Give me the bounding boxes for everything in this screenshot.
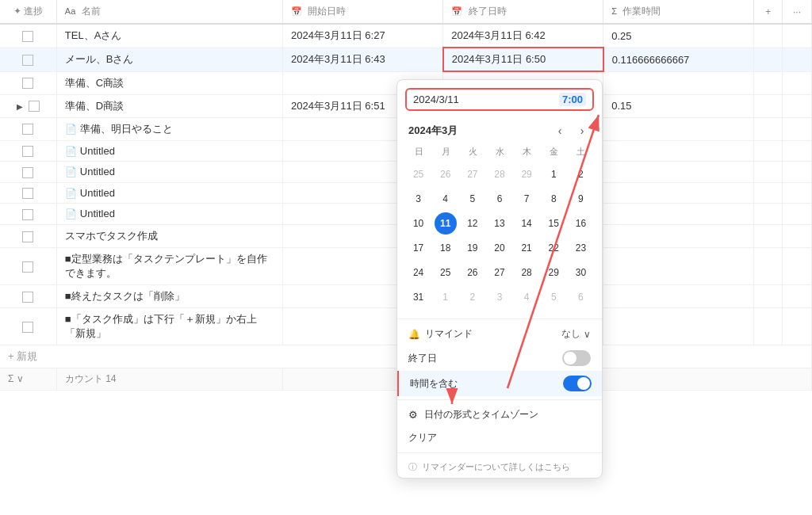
include-time-toggle[interactable] [563, 376, 592, 391]
date-format-row[interactable]: ⚙ 日付の形式とタイムゾーン [397, 403, 602, 426]
more-columns-button[interactable]: ··· [783, 0, 812, 24]
expand-icon[interactable]: ▶ [17, 102, 25, 111]
calendar-day[interactable]: 27 [462, 163, 484, 185]
reminder-value[interactable]: なし ∨ [561, 327, 591, 341]
calendar-day[interactable]: 4 [515, 286, 538, 308]
calendar-day[interactable]: 13 [488, 212, 511, 235]
end-date-cell[interactable]: 2024年3月11日 6:42 [443, 24, 603, 48]
progress-cell[interactable] [0, 117, 56, 140]
name-cell[interactable]: メール、Bさん [56, 48, 282, 71]
name-cell[interactable]: 📄Untitled [56, 162, 282, 183]
checkbox[interactable] [22, 78, 33, 89]
calendar-day[interactable]: 6 [569, 286, 592, 308]
checkbox[interactable] [22, 167, 33, 178]
calendar-day[interactable]: 7 [515, 188, 538, 210]
checkbox[interactable] [22, 261, 33, 273]
progress-cell[interactable]: ▶ [0, 94, 56, 117]
calendar-day[interactable]: 1 [542, 163, 565, 185]
calendar-day[interactable]: 6 [488, 188, 511, 210]
name-cell[interactable]: 📄準備、明日やること [56, 117, 282, 140]
reminder-info-link[interactable]: リマインダーについて詳しくはこちら [422, 461, 570, 473]
calendar-day[interactable]: 4 [435, 188, 457, 210]
checkbox[interactable] [22, 31, 33, 42]
progress-cell[interactable] [0, 182, 56, 204]
progress-cell[interactable] [0, 307, 56, 345]
calendar-day[interactable]: 17 [408, 237, 430, 259]
calendar-day[interactable]: 15 [542, 212, 565, 235]
calendar-day[interactable]: 20 [488, 237, 511, 259]
calendar-day[interactable]: 19 [462, 237, 484, 259]
checkbox[interactable] [22, 188, 33, 199]
calendar-day[interactable]: 30 [569, 261, 592, 284]
calendar-day[interactable]: 8 [542, 188, 565, 210]
calendar-day[interactable]: 21 [515, 237, 538, 259]
calendar-day[interactable]: 22 [542, 237, 565, 259]
calendar-day[interactable]: 5 [462, 188, 484, 210]
date-input[interactable]: 2024/3/11 [413, 93, 559, 105]
progress-cell[interactable] [0, 162, 56, 183]
calendar-day[interactable]: 2 [569, 163, 592, 185]
calendar-day[interactable]: 16 [569, 212, 592, 235]
checkbox[interactable] [22, 55, 33, 66]
next-month-button[interactable]: › [573, 122, 591, 139]
progress-cell[interactable] [0, 71, 56, 94]
add-column-button[interactable]: + [754, 0, 783, 24]
calendar-day[interactable]: 9 [569, 188, 592, 210]
name-cell[interactable]: 準備、D商談 [56, 94, 282, 117]
time-input[interactable]: 7:00 [559, 93, 586, 106]
checkbox[interactable] [22, 231, 33, 242]
name-cell[interactable]: 📄Untitled [56, 182, 282, 204]
progress-cell[interactable] [0, 48, 56, 71]
calendar-day[interactable]: 23 [569, 237, 592, 259]
calendar-day[interactable]: 28 [488, 163, 511, 185]
prev-month-button[interactable]: ‹ [551, 122, 569, 139]
calendar-day[interactable]: 3 [408, 188, 430, 210]
checkbox[interactable] [29, 101, 40, 112]
calendar-day[interactable]: 31 [408, 286, 430, 308]
checkbox[interactable] [22, 209, 33, 220]
start-date-cell[interactable]: 2024年3月11日 6:27 [283, 24, 443, 48]
calendar-day[interactable]: 1 [435, 286, 457, 308]
checkbox[interactable] [22, 124, 33, 135]
checkbox[interactable] [22, 146, 33, 157]
calendar-day[interactable]: 12 [462, 212, 484, 235]
calendar-day[interactable]: 29 [542, 261, 565, 284]
calendar-day[interactable]: 27 [488, 261, 511, 284]
calendar-day[interactable]: 25 [408, 163, 430, 185]
calendar-day[interactable]: 2 [462, 286, 484, 308]
name-cell[interactable]: 準備、C商談 [56, 71, 282, 94]
progress-cell[interactable] [0, 204, 56, 225]
progress-cell[interactable] [0, 140, 56, 162]
calendar-day[interactable]: 24 [408, 261, 430, 284]
progress-cell[interactable] [0, 284, 56, 307]
name-cell[interactable]: スマホでタスク作成 [56, 224, 282, 247]
checkbox[interactable] [22, 292, 33, 303]
end-date-cell[interactable]: 2024年3月11日 6:50 [443, 48, 603, 71]
name-cell[interactable]: ■「タスク作成」は下行「＋新規」か右上「新規」 [56, 307, 282, 345]
footer-sigma[interactable]: Σ ∨ [0, 368, 56, 390]
calendar-day[interactable]: 25 [435, 261, 457, 284]
progress-cell[interactable] [0, 224, 56, 247]
calendar-day[interactable]: 3 [488, 286, 511, 308]
name-cell[interactable]: 📄Untitled [56, 204, 282, 225]
calendar-day[interactable]: 26 [435, 163, 457, 185]
calendar-day[interactable]: 28 [515, 261, 538, 284]
name-cell[interactable]: ■定型業務は「タスクテンプレート」を自作できます。 [56, 247, 282, 284]
date-time-input-row[interactable]: 2024/3/11 7:00 [405, 88, 594, 111]
calendar-day[interactable]: 29 [515, 163, 538, 185]
end-date-toggle[interactable] [562, 350, 591, 366]
start-date-cell[interactable]: 2024年3月11日 6:43 [283, 48, 443, 71]
clear-row[interactable]: クリア [397, 426, 602, 449]
calendar-day[interactable]: 5 [542, 286, 565, 308]
name-cell[interactable]: TEL、Aさん [56, 24, 282, 48]
name-cell[interactable]: 📄Untitled [56, 140, 282, 162]
progress-cell[interactable] [0, 247, 56, 284]
name-cell[interactable]: ■終えたタスクは「削除」 [56, 284, 282, 307]
checkbox[interactable] [22, 322, 33, 333]
calendar-day[interactable]: 18 [435, 237, 457, 259]
progress-cell[interactable] [0, 24, 56, 48]
calendar-day[interactable]: 14 [515, 212, 538, 235]
calendar-day[interactable]: 26 [462, 261, 484, 284]
calendar-day[interactable]: 10 [408, 212, 430, 235]
calendar-day[interactable]: 11 [435, 212, 457, 235]
